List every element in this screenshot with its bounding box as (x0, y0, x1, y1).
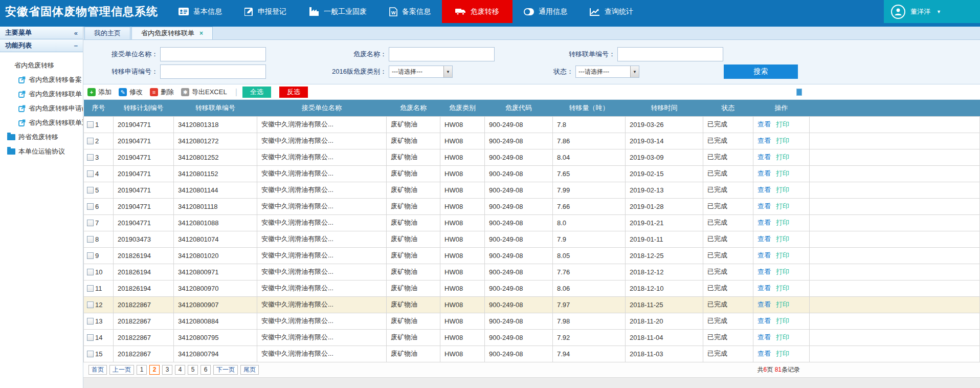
add-button[interactable]: + 添加 (87, 88, 112, 97)
view-link[interactable]: 查看 (758, 219, 771, 226)
last-page-button[interactable]: 尾页 (240, 365, 259, 375)
tree-item-transfer-apply[interactable]: 省内危废转移申请(已 (0, 101, 83, 116)
row-checkbox[interactable] (87, 334, 94, 341)
view-link[interactable]: 查看 (758, 137, 771, 144)
view-link[interactable]: 查看 (758, 350, 771, 357)
export-excel-button[interactable]: ✱ 导出EXCEL (181, 88, 227, 97)
table-row[interactable]: 14 201822867 34120800795 安徽中久润滑油有限公... 废… (84, 329, 980, 346)
waste-name-input[interactable] (389, 47, 495, 61)
print-link[interactable]: 打印 (776, 153, 789, 161)
modify-button[interactable]: ✎ 修改 (119, 88, 143, 97)
nav-item-record-info[interactable]: W 备案信息 (378, 0, 442, 23)
print-link[interactable]: 打印 (776, 268, 789, 275)
page-button-1[interactable]: 1 (137, 365, 147, 375)
manifest-no-input[interactable] (617, 47, 723, 61)
next-page-button[interactable]: 下一页 (213, 365, 238, 375)
table-row[interactable]: 13 201822867 34120800884 安徽中久润滑油有限公... 废… (84, 313, 980, 329)
waste-category-select[interactable]: ---请选择--- ▼ (389, 66, 453, 78)
table-row[interactable]: 10 201826194 34120800971 安徽中久润滑油有限公... 废… (84, 264, 980, 280)
table-row[interactable]: 2 201904771 34120801272 安徽中久润滑油有限公... 废矿… (84, 133, 980, 149)
table-row[interactable]: 11 201826194 34120800970 安徽中久润滑油有限公... 废… (84, 280, 980, 296)
page-button-5[interactable]: 5 (188, 365, 198, 375)
page-button-4[interactable]: 4 (175, 365, 185, 375)
print-link[interactable]: 打印 (776, 300, 789, 308)
row-checkbox[interactable] (87, 351, 94, 357)
row-checkbox[interactable] (87, 187, 94, 193)
row-checkbox[interactable] (87, 203, 94, 210)
sidebar-header-main-menu[interactable]: 主要菜单 « (0, 27, 83, 39)
nav-item-query-statistics[interactable]: 查询统计 (578, 0, 644, 23)
user-menu[interactable]: 董洋洋 ▼ (884, 0, 980, 23)
print-link[interactable]: 打印 (776, 120, 789, 128)
view-link[interactable]: 查看 (758, 153, 771, 161)
row-checkbox[interactable] (87, 236, 94, 243)
view-link[interactable]: 查看 (758, 186, 771, 193)
tree-item-transfer-record[interactable]: 省内危废转移备案 (0, 73, 83, 87)
view-link[interactable]: 查看 (758, 284, 771, 292)
print-link[interactable]: 打印 (776, 186, 789, 193)
table-row[interactable]: 6 201904771 34120801118 安徽中久润滑油有限公... 废矿… (84, 198, 980, 214)
scrollbar-thumb[interactable] (796, 89, 802, 96)
close-tab-icon[interactable]: × (199, 30, 203, 37)
row-checkbox[interactable] (87, 154, 94, 161)
collapse-sidebar-icon[interactable]: « (74, 29, 78, 37)
view-link[interactable]: 查看 (758, 317, 771, 325)
print-link[interactable]: 打印 (776, 137, 789, 144)
table-row[interactable]: 4 201904771 34120801152 安徽中久润滑油有限公... 废矿… (84, 165, 980, 182)
tree-group-province-transfer[interactable]: 省内危废转移 (0, 58, 83, 73)
table-row[interactable]: 12 201822867 34120800907 安徽中久润滑油有限公... 废… (84, 296, 980, 313)
page-button-2-active[interactable]: 2 (149, 365, 160, 375)
print-link[interactable]: 打印 (776, 333, 789, 341)
row-checkbox[interactable] (87, 301, 94, 308)
print-link[interactable]: 打印 (776, 219, 789, 226)
search-button[interactable]: 搜索 (724, 64, 798, 79)
print-link[interactable]: 打印 (776, 169, 789, 177)
table-row[interactable]: 5 201904771 34120801144 安徽中久润滑油有限公... 废矿… (84, 182, 980, 198)
sidebar-header-function-list[interactable]: 功能列表 − (0, 39, 83, 52)
view-link[interactable]: 查看 (758, 300, 771, 308)
row-checkbox[interactable] (87, 318, 94, 325)
tree-folder-transport-agreement[interactable]: 本单位运输协议 (0, 144, 83, 159)
print-link[interactable]: 打印 (776, 350, 789, 357)
page-button-6[interactable]: 6 (201, 365, 211, 375)
view-link[interactable]: 查看 (758, 251, 771, 259)
row-checkbox[interactable] (87, 285, 94, 292)
row-checkbox[interactable] (87, 121, 94, 128)
nav-item-industrial-waste[interactable]: 一般工业固废 (298, 0, 378, 23)
nav-item-hazardous-transfer[interactable]: 危废转移 (442, 0, 513, 23)
view-link[interactable]: 查看 (758, 202, 771, 210)
invert-selection-button[interactable]: 反选 (279, 87, 308, 98)
view-link[interactable]: 查看 (758, 268, 771, 275)
view-link[interactable]: 查看 (758, 169, 771, 177)
nav-item-general-info[interactable]: 通用信息 (513, 0, 578, 23)
tree-item-transfer-manifest[interactable]: 省内危废转移联单 (0, 87, 83, 101)
row-checkbox[interactable] (87, 269, 94, 275)
nav-item-basic-info[interactable]: 基本信息 (167, 0, 233, 23)
tree-folder-cross-province[interactable]: 跨省危废转移 (0, 130, 83, 144)
table-row[interactable]: 15 201822867 34120800794 安徽中久润滑油有限公... 废… (84, 346, 980, 362)
print-link[interactable]: 打印 (776, 317, 789, 325)
table-row[interactable]: 8 201903473 34120801074 安徽中久润滑油有限公... 废矿… (84, 231, 980, 247)
tree-item-manifest-return[interactable]: 省内危废转移联单退 (0, 116, 83, 130)
print-link[interactable]: 打印 (776, 251, 789, 259)
view-link[interactable]: 查看 (758, 333, 771, 341)
receiver-name-input[interactable] (160, 47, 266, 61)
view-link[interactable]: 查看 (758, 120, 771, 128)
table-row[interactable]: 7 201904771 34120801088 安徽中久润滑油有限公... 废矿… (84, 214, 980, 231)
table-row[interactable]: 1 201904771 34120801318 安徽中久润滑油有限公... 废矿… (84, 116, 980, 133)
table-row[interactable]: 3 201904771 34120801252 安徽中久润滑油有限公... 废矿… (84, 149, 980, 165)
print-link[interactable]: 打印 (776, 202, 789, 210)
row-checkbox[interactable] (87, 170, 94, 177)
minimize-panel-icon[interactable]: − (74, 42, 78, 50)
view-link[interactable]: 查看 (758, 235, 771, 243)
nav-item-declaration[interactable]: 申报登记 (233, 0, 298, 23)
row-checkbox[interactable] (87, 252, 94, 259)
first-page-button[interactable]: 首页 (88, 365, 107, 375)
tab-transfer-manifest[interactable]: 省内危废转移联单 × (131, 27, 213, 39)
status-select[interactable]: ---请选择--- ▼ (575, 66, 639, 78)
print-link[interactable]: 打印 (776, 284, 789, 292)
prev-page-button[interactable]: 上一页 (109, 365, 134, 375)
select-all-button[interactable]: 全选 (242, 87, 271, 98)
table-row[interactable]: 9 201826194 34120801020 安徽中久润滑油有限公... 废矿… (84, 247, 980, 264)
row-checkbox[interactable] (87, 220, 94, 226)
